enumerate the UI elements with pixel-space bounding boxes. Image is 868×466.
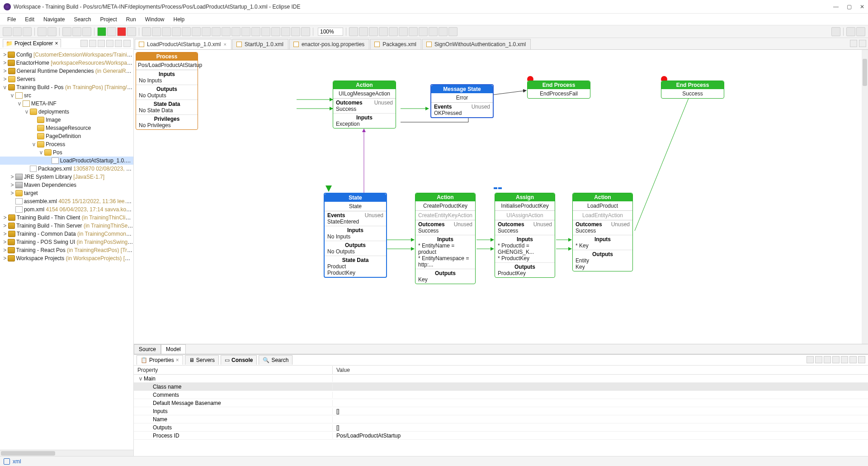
toolbar-button[interactable] <box>152 27 161 36</box>
maximize-icon[interactable] <box>123 40 131 47</box>
tree-item[interactable]: vdeployments <box>0 108 133 116</box>
node-assign[interactable]: Assign InitialiseProductKey UIAssignActi… <box>495 193 555 278</box>
toolbar-button[interactable] <box>389 27 398 36</box>
toolbar-button[interactable] <box>182 27 191 36</box>
property-row[interactable]: vMain <box>134 375 868 383</box>
toolbar-button[interactable] <box>231 27 241 36</box>
tab-model[interactable]: Model <box>161 344 186 354</box>
run-button[interactable] <box>97 27 106 36</box>
tree-item[interactable]: >Training - React Pos (in TrainingReactP… <box>0 246 133 254</box>
editor-tab[interactable]: Packages.xml <box>370 39 421 49</box>
close-button[interactable]: ✕ <box>860 4 864 10</box>
toolbar-button[interactable] <box>72 27 81 36</box>
property-row[interactable]: Comments <box>134 391 868 399</box>
maximize-button[interactable]: ▢ <box>847 4 852 10</box>
properties-table[interactable]: vMainClass nameCommentsDefault Message B… <box>134 375 868 456</box>
editor-tab[interactable]: LoadProductAtStartup_1.0.xml× <box>135 39 231 49</box>
tree-item[interactable]: PageDefinition <box>0 132 133 140</box>
toolbar-button[interactable] <box>419 27 428 36</box>
toolbar-button[interactable] <box>251 27 260 36</box>
tree-item[interactable]: >Training Build - Thin Server (in Traini… <box>0 222 133 230</box>
toolbar-button[interactable] <box>3 27 12 36</box>
project-tree[interactable]: >Config [CustomerExtensionWorkspaces/Tra… <box>0 49 133 450</box>
stop-button[interactable] <box>117 27 126 36</box>
toolbar-button[interactable] <box>369 27 378 36</box>
close-icon[interactable]: × <box>55 40 58 47</box>
toolbar-button[interactable] <box>82 27 91 36</box>
expand-toggle[interactable]: v <box>38 149 44 156</box>
menu-edit[interactable]: Edit <box>21 15 38 24</box>
toolbar-button[interactable] <box>212 27 221 36</box>
menu-icon[interactable] <box>832 356 840 363</box>
tab-console[interactable]: ▭Console <box>221 355 257 365</box>
toolbar-button[interactable] <box>399 27 408 36</box>
tree-item[interactable]: >Workspace Projects (in WorkspaceProject… <box>0 254 133 262</box>
filter-icon[interactable] <box>824 356 831 363</box>
expand-toggle[interactable]: > <box>9 174 15 180</box>
property-row[interactable]: Process IDPos/LoadProductAtStartup <box>134 432 868 440</box>
property-row[interactable]: Default Message Basename <box>134 399 868 407</box>
editor-tab[interactable]: StartUp_1.0.xml <box>232 39 288 49</box>
expand-toggle[interactable]: > <box>2 68 8 74</box>
toolbar-button[interactable] <box>281 27 290 36</box>
tree-item[interactable]: >Training Build - Thin Client (in Traini… <box>0 214 133 222</box>
toolbar-button[interactable] <box>261 27 270 36</box>
toolbar-button[interactable] <box>241 27 250 36</box>
expand-toggle[interactable]: v <box>24 109 30 115</box>
property-row[interactable]: Class name <box>134 383 868 391</box>
toolbar-button[interactable] <box>162 27 171 36</box>
tree-item[interactable]: >Training - POS Swing UI (in TrainingPos… <box>0 238 133 246</box>
tree-item[interactable]: assemble.xml 4025 15/12/2022, 11:36 lee.… <box>0 197 133 205</box>
menu-window[interactable]: Window <box>142 15 168 24</box>
node-message-state[interactable]: Message State Error EventsUnusedOKPresse… <box>430 84 494 118</box>
tree-item[interactable]: pom.xml 4154 06/04/2023, 17:14 savva.kon… <box>0 205 133 214</box>
tree-item[interactable]: >General Runtime Dependencies (in Genera… <box>0 67 133 75</box>
toolbar-button[interactable] <box>856 27 865 36</box>
tab-properties[interactable]: 📋Properties× <box>137 355 183 365</box>
expand-toggle[interactable]: v <box>16 100 23 107</box>
editor-tab[interactable]: enactor-pos.log.properties <box>289 39 369 49</box>
h-scrollbar[interactable] <box>0 450 133 456</box>
menu-run[interactable]: Run <box>123 15 140 24</box>
editor-tab[interactable]: SignOnWithoutAuthentication_1.0.xml <box>422 39 531 49</box>
tree-item[interactable]: vPos <box>0 148 133 157</box>
menu-navigate[interactable]: Navigate <box>40 15 68 24</box>
close-icon[interactable]: × <box>176 357 179 363</box>
zoom-select[interactable]: 100% <box>318 28 343 36</box>
toolbar-button[interactable] <box>107 27 116 36</box>
expand-toggle[interactable]: > <box>2 247 8 253</box>
tree-item[interactable]: vTraining Build - Pos (in TrainingPos) [… <box>0 83 133 91</box>
property-row[interactable]: Name <box>134 415 868 423</box>
toolbar-button[interactable] <box>359 27 368 36</box>
tree-item[interactable]: Packages.xml 1305870 02/08/2023, 09:5 <box>0 165 133 173</box>
restore-icon[interactable] <box>841 356 848 363</box>
toolbar-button[interactable] <box>62 27 71 36</box>
expand-toggle[interactable]: v <box>31 141 37 147</box>
tree-item[interactable]: >Maven Dependencies <box>0 181 133 189</box>
node-uilog-action[interactable]: Action UILogMessageAction OutcomesUnused… <box>333 81 396 128</box>
node-process[interactable]: Process Pos/LoadProductAtStartup InputsN… <box>136 52 198 130</box>
toolbar-button[interactable] <box>202 27 211 36</box>
toolbar-button[interactable] <box>448 27 458 36</box>
node-state[interactable]: State State EventsUnusedStateEntered Inp… <box>324 193 387 278</box>
property-row[interactable]: Inputs[] <box>134 407 868 415</box>
tree-item[interactable]: vProcess <box>0 140 133 148</box>
tree-icon[interactable] <box>815 356 822 363</box>
toolbar-button[interactable] <box>831 27 840 36</box>
expand-toggle[interactable]: > <box>2 239 8 245</box>
expand-toggle[interactable]: > <box>2 214 8 221</box>
expand-toggle[interactable]: v <box>137 376 144 382</box>
collapse-all-icon[interactable] <box>80 40 88 47</box>
filter-icon[interactable] <box>98 40 105 47</box>
expand-toggle[interactable]: > <box>2 76 8 82</box>
tab-search[interactable]: 🔍Search <box>259 355 292 365</box>
expand-toggle[interactable]: > <box>2 223 8 229</box>
maximize-icon[interactable] <box>858 356 865 363</box>
toolbar-button[interactable] <box>291 27 300 36</box>
tree-item[interactable]: >Training - Common Data (in TrainingComm… <box>0 230 133 238</box>
close-icon[interactable]: × <box>223 42 226 47</box>
column-property[interactable]: Property <box>134 366 333 374</box>
tree-item[interactable]: >target <box>0 189 133 197</box>
expand-toggle[interactable]: > <box>2 231 8 237</box>
maximize-view-icon[interactable] <box>859 40 866 47</box>
